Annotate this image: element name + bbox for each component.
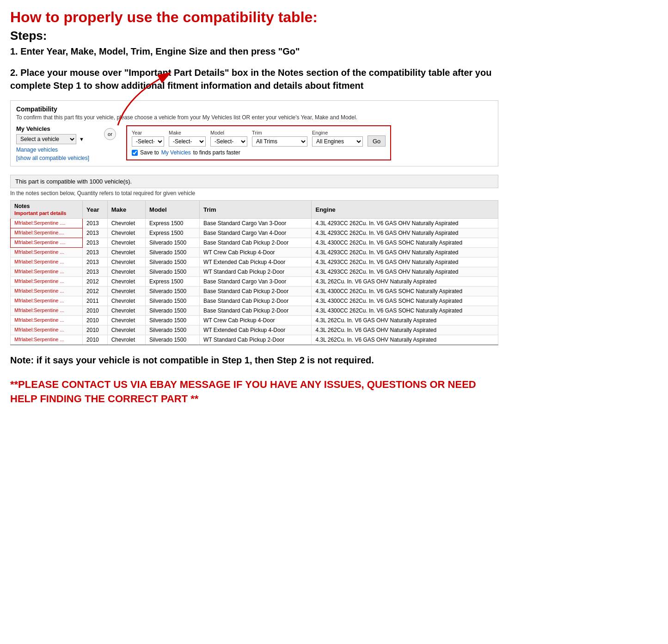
- engine-field-group: Engine All Engines: [312, 130, 363, 147]
- make-select[interactable]: -Select-: [169, 136, 206, 147]
- vehicle-select-row: Select a vehicle ▼: [16, 134, 90, 144]
- compat-subtitle: To confirm that this part fits your vehi…: [16, 114, 492, 121]
- table-row-trim: WT Crew Cab Pickup 4-Door: [200, 316, 312, 325]
- year-make-section: Year -Select- Make -Select- Model -: [126, 125, 391, 160]
- manage-vehicles-link[interactable]: Manage vehicles: [16, 147, 90, 153]
- table-row-notes: Mfrlabel:Serpentine ...: [11, 316, 83, 325]
- table-row-trim: Base Standard Cargo Van 3-Door: [200, 219, 312, 228]
- table-row-trim: Base Standard Cab Pickup 2-Door: [200, 296, 312, 306]
- model-label: Model: [210, 130, 247, 135]
- save-checkbox[interactable]: [132, 150, 138, 156]
- table-row-notes: Mfrlabel:Serpentine ...: [11, 277, 83, 287]
- show-all-link[interactable]: [show all compatible vehicles]: [16, 155, 90, 161]
- table-row-engine: 4.3L 4293CC 262Cu. In. V6 GAS OHV Natura…: [312, 267, 498, 277]
- table-row-engine: 4.3L 4300CC 262Cu. In. V6 GAS SOHC Natur…: [312, 238, 498, 248]
- save-suffix: to finds parts faster: [193, 149, 240, 156]
- engine-select[interactable]: All Engines: [312, 136, 363, 147]
- table-row-engine: 4.3L 262Cu. In. V6 GAS OHV Naturally Asp…: [312, 325, 498, 335]
- table-row-engine: 4.3L 4293CC 262Cu. In. V6 GAS OHV Natura…: [312, 228, 498, 238]
- table-row-model: Silverado 1500: [146, 267, 200, 277]
- table-row-make: Chevrolet: [107, 316, 145, 325]
- model-select[interactable]: -Select-: [210, 136, 247, 147]
- table-row-make: Chevrolet: [107, 287, 145, 296]
- table-row-make: Chevrolet: [107, 306, 145, 316]
- compat-form-row: My Vehicles Select a vehicle ▼ Manage ve…: [16, 125, 492, 161]
- save-text: Save to: [140, 149, 159, 156]
- table-row-year: 2010: [83, 316, 108, 325]
- table-row-model: Express 1500: [146, 228, 200, 238]
- engine-label: Engine: [312, 130, 363, 135]
- table-row-year: 2013: [83, 238, 108, 248]
- table-row-engine: 4.3L 4300CC 262Cu. In. V6 GAS SOHC Natur…: [312, 306, 498, 316]
- my-vehicles-section: My Vehicles Select a vehicle ▼ Manage ve…: [16, 125, 90, 161]
- table-row-year: 2012: [83, 287, 108, 296]
- table-row-model: Silverado 1500: [146, 238, 200, 248]
- col-header-notes: Notes Important part details: [11, 201, 83, 219]
- make-field-group: Make -Select-: [169, 130, 206, 147]
- main-title: How to properly use the compatibility ta…: [10, 8, 498, 26]
- quantity-note: In the notes section below, Quantity ref…: [10, 190, 498, 196]
- compatibility-box: Compatibility To confirm that this part …: [10, 100, 498, 166]
- table-row-model: Silverado 1500: [146, 296, 200, 306]
- important-part-details-link[interactable]: Important part details: [14, 210, 66, 216]
- vehicle-select[interactable]: Select a vehicle: [16, 134, 76, 144]
- trim-select[interactable]: All Trims: [252, 136, 307, 147]
- steps-heading: Steps:: [10, 29, 498, 43]
- notes-header-text: Notes: [14, 203, 30, 209]
- table-row-make: Chevrolet: [107, 277, 145, 287]
- note-text: Note: if it says your vehicle is not com…: [10, 354, 498, 367]
- table-row-trim: Base Standard Cab Pickup 2-Door: [200, 238, 312, 248]
- table-row-notes: Mfrlabel:Serpentine ...: [11, 296, 83, 306]
- table-row-trim: WT Standard Cab Pickup 2-Door: [200, 335, 312, 345]
- table-row-engine: 4.3L 4300CC 262Cu. In. V6 GAS SOHC Natur…: [312, 287, 498, 296]
- step2-text: 2. Place your mouse over "Important Part…: [10, 66, 498, 92]
- table-row-model: Express 1500: [146, 277, 200, 287]
- make-label: Make: [169, 130, 206, 135]
- col-header-model: Model: [146, 201, 200, 219]
- table-row-engine: 4.3L 262Cu. In. V6 GAS OHV Naturally Asp…: [312, 277, 498, 287]
- col-header-engine: Engine: [312, 201, 498, 219]
- table-row-year: 2013: [83, 248, 108, 258]
- table-row-model: Silverado 1500: [146, 306, 200, 316]
- table-row-engine: 4.3L 4293CC 262Cu. In. V6 GAS OHV Natura…: [312, 248, 498, 258]
- compatible-count-bar: This part is compatible with 1000 vehicl…: [10, 175, 498, 188]
- table-row-engine: 4.3L 4293CC 262Cu. In. V6 GAS OHV Natura…: [312, 219, 498, 228]
- table-row-year: 2013: [83, 228, 108, 238]
- table-row-notes: Mfrlabel:Serpentine....: [11, 228, 83, 238]
- table-row-model: Express 1500: [146, 219, 200, 228]
- table-row-notes: Mfrlabel:Serpentine ...: [11, 248, 83, 258]
- table-row-make: Chevrolet: [107, 258, 145, 267]
- table-row-notes: Mfrlabel:Serpentine ...: [11, 325, 83, 335]
- table-row-make: Chevrolet: [107, 267, 145, 277]
- model-field-group: Model -Select-: [210, 130, 247, 147]
- table-row-year: 2010: [83, 325, 108, 335]
- table-row-trim: Base Standard Cab Pickup 2-Door: [200, 306, 312, 316]
- table-row-notes: Mfrlabel:Serpentine ...: [11, 287, 83, 296]
- table-row-make: Chevrolet: [107, 325, 145, 335]
- or-circle: or: [104, 128, 116, 140]
- compatibility-table: Notes Important part details Year Make M…: [10, 200, 498, 345]
- year-select[interactable]: -Select-: [132, 136, 164, 147]
- table-row-notes: Mfrlabel:Serpentine ...: [11, 335, 83, 345]
- ymm-row: Year -Select- Make -Select- Model -: [132, 130, 386, 147]
- my-vehicles-save-link[interactable]: My Vehicles: [161, 149, 191, 156]
- save-row: Save to My Vehicles to finds parts faste…: [132, 149, 386, 156]
- table-row-make: Chevrolet: [107, 238, 145, 248]
- year-field-group: Year -Select-: [132, 130, 164, 147]
- col-header-year: Year: [83, 201, 108, 219]
- table-row-year: 2010: [83, 306, 108, 316]
- table-row-engine: 4.3L 262Cu. In. V6 GAS OHV Naturally Asp…: [312, 335, 498, 345]
- my-vehicles-label: My Vehicles: [16, 125, 90, 132]
- table-row-trim: Base Standard Cargo Van 4-Door: [200, 228, 312, 238]
- table-row-make: Chevrolet: [107, 248, 145, 258]
- go-button[interactable]: Go: [368, 135, 386, 147]
- table-row-model: Silverado 1500: [146, 287, 200, 296]
- table-row-trim: WT Crew Cab Pickup 4-Door: [200, 248, 312, 258]
- table-row-make: Chevrolet: [107, 228, 145, 238]
- table-row-model: Silverado 1500: [146, 325, 200, 335]
- table-row-engine: 4.3L 4300CC 262Cu. In. V6 GAS SOHC Natur…: [312, 296, 498, 306]
- trim-field-group: Trim All Trims: [252, 130, 307, 147]
- step1-text: 1. Enter Year, Make, Model, Trim, Engine…: [10, 45, 498, 58]
- table-row-trim: WT Extended Cab Pickup 4-Door: [200, 325, 312, 335]
- or-label: or: [108, 131, 112, 137]
